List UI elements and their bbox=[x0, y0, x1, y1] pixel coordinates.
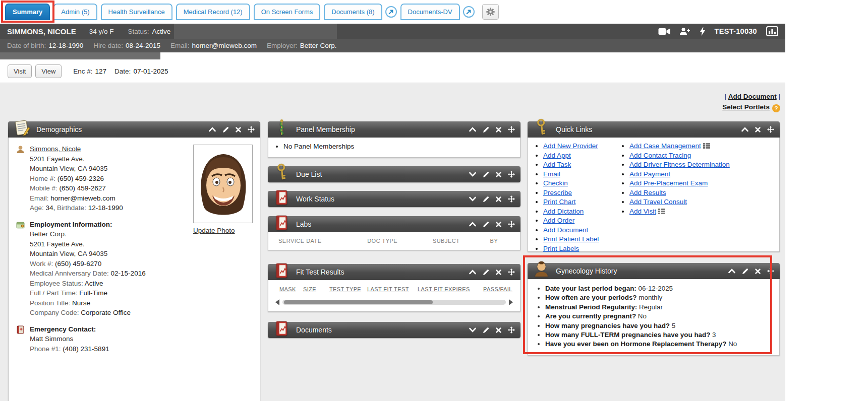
quick-link[interactable]: Add Driver Fitness Determination bbox=[629, 161, 730, 168]
move-icon[interactable] bbox=[767, 126, 774, 133]
close-x-icon[interactable] bbox=[496, 270, 501, 275]
quick-link[interactable]: Add Document bbox=[543, 226, 588, 234]
scroll-right-icon[interactable] bbox=[509, 299, 513, 305]
quick-link[interactable]: Add New Provider bbox=[543, 142, 598, 150]
move-icon[interactable] bbox=[508, 126, 515, 133]
portlet-header[interactable]: Fit Test Results bbox=[268, 264, 520, 280]
portlet-header[interactable]: Labs bbox=[268, 216, 520, 232]
close-x-icon[interactable] bbox=[755, 127, 761, 132]
edit-pencil-icon[interactable] bbox=[483, 221, 489, 228]
documents-popout-button[interactable] bbox=[385, 6, 397, 18]
portlet-header[interactable]: Gynecology History bbox=[528, 263, 780, 279]
portlet-header[interactable]: Quick Links bbox=[528, 121, 780, 138]
sort-column-link[interactable]: TEST TYPE bbox=[329, 286, 361, 292]
quick-link[interactable]: Prescribe bbox=[543, 189, 572, 196]
quick-link[interactable]: Checkin bbox=[543, 179, 568, 187]
quick-link[interactable]: Print Labels bbox=[543, 245, 579, 252]
collapse-icon[interactable] bbox=[741, 127, 748, 132]
quick-link[interactable]: Add Case Management bbox=[629, 142, 701, 150]
flowsheet-chart-button[interactable] bbox=[766, 26, 778, 36]
column-header[interactable]: BY bbox=[490, 238, 520, 244]
move-icon[interactable] bbox=[767, 268, 774, 275]
close-x-icon[interactable] bbox=[755, 269, 761, 274]
expand-icon[interactable] bbox=[469, 196, 476, 202]
column-header[interactable]: DOC TYPE bbox=[367, 238, 433, 244]
sort-column-link[interactable]: MASK bbox=[279, 286, 296, 292]
portlet-header[interactable]: Documents bbox=[268, 322, 520, 338]
move-icon[interactable] bbox=[508, 221, 515, 228]
edit-pencil-icon[interactable] bbox=[222, 126, 229, 133]
close-x-icon[interactable] bbox=[496, 222, 501, 227]
update-photo-link[interactable]: Update Photo bbox=[193, 227, 235, 234]
quick-link[interactable]: Add Dictation bbox=[543, 208, 584, 215]
collapse-icon[interactable] bbox=[469, 127, 476, 132]
edit-pencil-icon[interactable] bbox=[483, 171, 489, 178]
column-header[interactable]: SUBJECT bbox=[433, 238, 490, 244]
add-document-link[interactable]: Add Document bbox=[728, 93, 777, 100]
horizontal-scrollbar[interactable] bbox=[282, 300, 506, 305]
quick-link[interactable]: Add Visit bbox=[629, 208, 656, 215]
sort-column-link[interactable]: PASS/FAIL bbox=[483, 286, 512, 292]
edit-pencil-icon[interactable] bbox=[483, 269, 489, 276]
quick-link[interactable]: Add Travel Consult bbox=[629, 198, 687, 206]
quick-link[interactable]: Print Patient Label bbox=[543, 235, 599, 243]
portlet-header[interactable]: Due List bbox=[268, 166, 520, 182]
quick-link[interactable]: Add Contact Tracing bbox=[629, 152, 691, 159]
tab-medical-record[interactable]: Medical Record (12) bbox=[176, 4, 250, 20]
visit-button[interactable]: Visit bbox=[8, 64, 32, 78]
close-x-icon[interactable] bbox=[496, 196, 501, 202]
portlet-header[interactable]: Work Status bbox=[268, 191, 520, 207]
column-header[interactable]: SERVICE DATE bbox=[278, 238, 367, 244]
expand-icon[interactable] bbox=[469, 327, 476, 332]
lightning-bolt-icon[interactable] bbox=[700, 27, 706, 36]
edit-pencil-icon[interactable] bbox=[483, 126, 489, 133]
move-icon[interactable] bbox=[248, 126, 255, 133]
collapse-icon[interactable] bbox=[469, 270, 476, 275]
documents-dv-popout-button[interactable] bbox=[463, 6, 475, 18]
video-camera-icon[interactable] bbox=[658, 28, 670, 35]
close-x-icon[interactable] bbox=[496, 327, 501, 333]
edit-pencil-icon[interactable] bbox=[483, 196, 489, 203]
add-person-icon[interactable] bbox=[679, 27, 690, 35]
quick-link[interactable]: Print Chart bbox=[543, 198, 576, 206]
edit-pencil-icon[interactable] bbox=[742, 268, 748, 275]
tab-documents[interactable]: Documents (8) bbox=[324, 4, 382, 20]
move-icon[interactable] bbox=[508, 269, 515, 276]
quick-link[interactable]: Add Payment bbox=[629, 170, 670, 178]
move-icon[interactable] bbox=[508, 195, 515, 203]
sort-column-link[interactable]: LAST FIT TEST bbox=[367, 286, 409, 292]
scroll-left-icon[interactable] bbox=[275, 299, 279, 305]
sort-column-link[interactable]: LAST FIT EXPIRES bbox=[418, 286, 470, 292]
quick-link[interactable]: Email bbox=[543, 170, 560, 178]
quick-link[interactable]: Add Pre-Placement Exam bbox=[629, 179, 708, 187]
tab-on-screen-forms[interactable]: On Screen Forms bbox=[254, 4, 321, 20]
help-icon[interactable] bbox=[772, 104, 780, 112]
close-x-icon[interactable] bbox=[496, 172, 501, 177]
tab-summary[interactable]: Summary bbox=[5, 4, 50, 20]
patient-name-link[interactable]: Simmons, Nicole bbox=[30, 145, 81, 153]
portlet-header[interactable]: Panel Membership bbox=[268, 121, 520, 138]
move-icon[interactable] bbox=[508, 171, 515, 178]
quick-link[interactable]: Add Results bbox=[629, 189, 666, 196]
tab-admin[interactable]: Admin (5) bbox=[53, 4, 97, 20]
sort-column-link[interactable]: SIZE bbox=[303, 286, 316, 292]
quick-link[interactable]: Add Order bbox=[543, 217, 574, 224]
quick-link-item: Add Document bbox=[543, 226, 620, 234]
expand-icon[interactable] bbox=[469, 172, 476, 177]
close-x-icon[interactable] bbox=[496, 127, 501, 132]
settings-gear-button[interactable] bbox=[482, 4, 499, 20]
quick-link[interactable]: Add Appt bbox=[543, 152, 571, 159]
view-button[interactable]: View bbox=[35, 64, 62, 78]
collapse-icon[interactable] bbox=[728, 269, 735, 274]
quick-link[interactable]: Add Task bbox=[543, 161, 571, 168]
tab-health-surveillance[interactable]: Health Surveillance bbox=[101, 4, 172, 20]
close-x-icon[interactable] bbox=[236, 127, 241, 132]
portlet-header[interactable]: Demographics bbox=[8, 121, 260, 138]
move-icon[interactable] bbox=[508, 326, 515, 333]
collapse-icon[interactable] bbox=[469, 222, 476, 227]
collapse-icon[interactable] bbox=[209, 127, 216, 132]
tab-documents-dv[interactable]: Documents-DV bbox=[400, 4, 460, 20]
edit-pencil-icon[interactable] bbox=[483, 327, 489, 333]
scrollbar-thumb[interactable] bbox=[284, 300, 433, 304]
select-portlets-link[interactable]: Select Portlets bbox=[722, 103, 770, 111]
